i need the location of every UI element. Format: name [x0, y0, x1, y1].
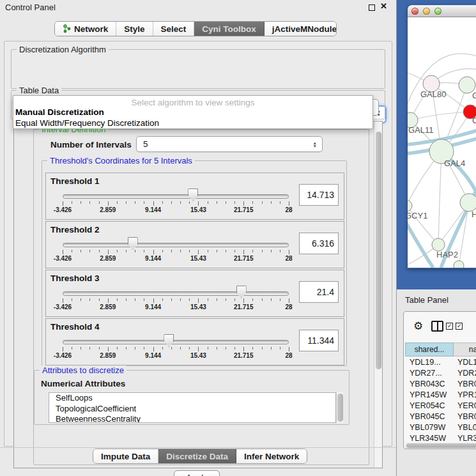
checkbox-icon[interactable]: ✓	[456, 323, 463, 330]
close-traffic-icon[interactable]	[411, 8, 418, 15]
slider-thumb[interactable]	[164, 334, 174, 347]
table-row[interactable]: YDL19...YDL1	[405, 357, 476, 367]
attribute-list-item[interactable]: TopologicalCoefficient	[49, 404, 335, 415]
cell-name[interactable]: YER0	[454, 401, 476, 410]
cell-shared-name[interactable]: YLR345W	[405, 434, 454, 443]
cell-name[interactable]: YBR0	[454, 412, 476, 421]
slider-tick	[217, 347, 217, 349]
cell-shared-name[interactable]: YDR27...	[405, 369, 454, 378]
cell-shared-name[interactable]: YPR145W	[405, 390, 454, 399]
slider-tick	[217, 298, 217, 301]
slider-tick	[180, 250, 181, 252]
network-node[interactable]	[408, 200, 412, 211]
slider-tick	[135, 347, 135, 349]
interval-definition-group: Interval Definition Number of Intervals …	[33, 129, 369, 465]
cell-shared-name[interactable]: YBR045C	[405, 412, 454, 421]
slider-thumb[interactable]	[188, 188, 198, 201]
divider	[0, 447, 396, 448]
column-header-shared-name[interactable]: shared...	[405, 342, 454, 357]
table-row[interactable]: YBR045CYBR0	[405, 411, 476, 422]
float-window-icon[interactable]	[369, 4, 375, 11]
tab-infer-network[interactable]: Infer Network	[236, 449, 307, 463]
threshold-value-field[interactable]: 21.4	[299, 281, 339, 303]
group-title: Attributes to discretize	[40, 365, 127, 375]
dropdown-option[interactable]: Equal Width/Frequency Discretization	[13, 118, 372, 129]
cell-shared-name[interactable]: YER054C	[405, 401, 454, 410]
network-node[interactable]	[460, 194, 476, 211]
tab-discretize-data[interactable]: Discretize Data	[158, 449, 236, 463]
slider-tick	[162, 250, 163, 252]
cell-name[interactable]: YDL1	[454, 358, 476, 367]
split-columns-icon[interactable]	[431, 321, 443, 332]
minimize-traffic-icon[interactable]	[423, 8, 430, 15]
slider-tick-label: 15.43	[190, 206, 206, 213]
attributes-scrollbar[interactable]	[336, 392, 343, 423]
network-canvas[interactable]: GAL80CGAL11GAL4GCY1HHAP2GA	[408, 17, 476, 268]
threshold-value-field[interactable]: 14.713	[299, 184, 339, 206]
slider-tick	[271, 250, 272, 252]
checkbox-icon[interactable]: ✓	[446, 323, 453, 330]
slider-tick	[189, 201, 190, 204]
gear-icon[interactable]: ⚙	[413, 319, 423, 333]
num-intervals-combobox[interactable]: 5 ▲▼	[136, 136, 323, 152]
threshold-value-field[interactable]: 6.316	[299, 233, 339, 254]
table-hscrollbar[interactable]	[405, 443, 476, 449]
cell-name[interactable]: YPR1	[454, 390, 476, 399]
slider-tick	[108, 298, 109, 303]
slider-track[interactable]	[63, 194, 289, 199]
discretization-algorithm-group: Discretization Algorithm	[11, 49, 385, 89]
network-node[interactable]	[432, 238, 445, 251]
slider-tick	[271, 347, 272, 349]
cell-shared-name[interactable]: YDL19...	[405, 358, 454, 367]
slider-tick	[153, 250, 154, 254]
table-row[interactable]: YLR345WYLR3	[405, 433, 476, 443]
network-node[interactable]	[454, 261, 464, 268]
attribute-list-item[interactable]: BetweennessCentrality	[49, 414, 335, 423]
tab-style[interactable]: Style	[116, 22, 153, 36]
tab-network[interactable]: Network	[55, 22, 116, 36]
threshold-value-field[interactable]: 11.344	[299, 330, 339, 351]
network-window[interactable]: GAL80CGAL11GAL4GCY1HHAP2GA	[408, 5, 476, 268]
cell-name[interactable]: YLR3	[454, 434, 476, 443]
slider-track[interactable]	[63, 243, 289, 247]
slider-track[interactable]	[63, 291, 289, 296]
dropdown-option[interactable]: Manual Discretization	[13, 107, 372, 118]
numerical-attributes-list[interactable]: SelfLoopsTopologicalCoefficientBetweenne…	[49, 392, 336, 423]
slider-tick	[63, 250, 63, 254]
cell-name[interactable]: YBR0	[454, 380, 476, 388]
column-header-name[interactable]: na	[454, 342, 476, 357]
table-row[interactable]: YPR145WYPR1	[405, 389, 476, 400]
slider-track[interactable]	[63, 340, 289, 344]
slider-tick-label: -3.426	[54, 206, 72, 213]
slider-tick	[153, 298, 154, 303]
tab-impute-data[interactable]: Impute Data	[93, 449, 158, 463]
table-row[interactable]: YBL079WYBL0	[405, 422, 476, 433]
settings-scrollbar[interactable]	[374, 121, 382, 468]
network-window-titlebar[interactable]	[408, 5, 476, 17]
table-panel-title: Table Panel	[405, 295, 449, 305]
cell-name[interactable]: YDR2	[454, 369, 476, 378]
slider-tick	[63, 201, 63, 206]
slider-tick	[252, 201, 253, 204]
slider-thumb[interactable]	[236, 286, 247, 298]
slider-thumb[interactable]	[128, 237, 138, 250]
threshold-label: Threshold 4	[50, 322, 100, 332]
table-row[interactable]: YER054CYER0	[405, 400, 476, 411]
slider-tick	[72, 201, 72, 204]
tab-select[interactable]: Select	[153, 22, 195, 36]
slider-tick	[117, 347, 118, 349]
attribute-list-item[interactable]: SelfLoops	[49, 393, 335, 404]
close-icon[interactable]: ✕	[380, 1, 387, 11]
cell-shared-name[interactable]: YBR043C	[405, 380, 454, 388]
tab-jactivemnodules[interactable]: jActiveMNodules	[265, 22, 337, 36]
tab-cyni-toolbox[interactable]: Cyni Toolbox	[194, 22, 265, 36]
network-nodes[interactable]	[408, 75, 476, 268]
slider-tick	[234, 250, 235, 252]
cell-name[interactable]: YBL0	[454, 423, 476, 432]
zoom-traffic-icon[interactable]	[434, 8, 441, 15]
cell-shared-name[interactable]: YBL079W	[405, 423, 454, 432]
table-row[interactable]: YBR043CYBR0	[405, 378, 476, 389]
apply-button[interactable]: Apply	[174, 470, 220, 476]
table-row[interactable]: YDR27...YDR2	[405, 367, 476, 378]
slider-tick	[208, 250, 208, 252]
